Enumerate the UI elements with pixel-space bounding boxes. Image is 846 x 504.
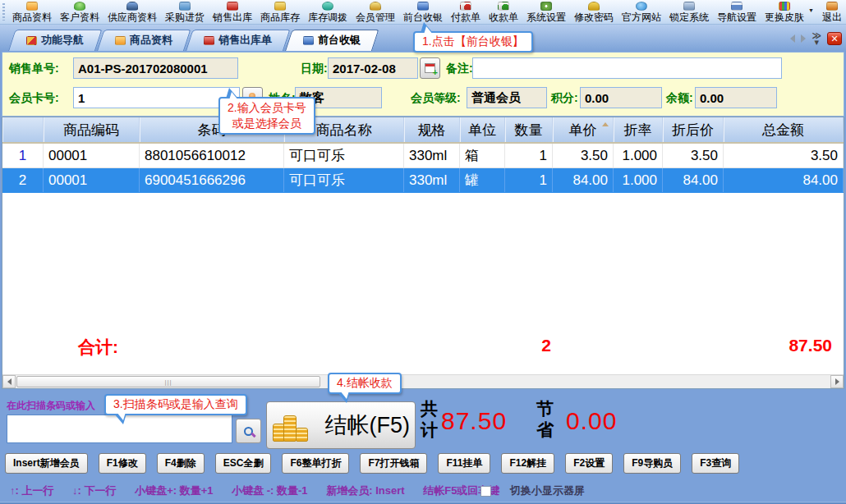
hold-order-button[interactable]: F11挂单: [438, 453, 490, 474]
checkout-button-label: 结帐(F5): [325, 410, 411, 440]
hotkey-hint: 新增会员: Insert: [326, 484, 404, 497]
member-card-label: 会员卡号:: [9, 91, 59, 106]
goods-icon: [115, 36, 126, 45]
customer-icon: [74, 2, 85, 11]
tab-label: 前台收银: [318, 33, 361, 48]
calendar-icon: [425, 63, 435, 73]
calendar-button[interactable]: [420, 57, 440, 79]
member-card-input[interactable]: [73, 87, 240, 108]
discount-whole-order-button[interactable]: F6整单打折: [282, 453, 349, 474]
col-header-rate[interactable]: 折率: [614, 117, 663, 142]
modify-button[interactable]: F1修改: [99, 453, 146, 474]
callout-tail: [340, 391, 349, 399]
toolbar-item-label: 收款单: [489, 11, 518, 23]
table-row[interactable]: 1 00001 8801056610012 可口可乐 330ml 箱 1 3.5…: [2, 144, 844, 168]
skin-dropdown-arrow-icon[interactable]: ▼: [808, 7, 814, 13]
col-header-spec[interactable]: 规格: [404, 117, 460, 142]
toolbar-item-label: 付款单: [451, 11, 480, 23]
toolbar-item-inventory[interactable]: 商品库存: [256, 0, 304, 23]
tab-sales-order[interactable]: 销售出库单: [186, 30, 283, 51]
grand-total-value: 87.50: [441, 407, 507, 435]
open-cash-drawer-button[interactable]: F7打开钱箱: [360, 453, 427, 474]
transfer-arrows-icon: [322, 2, 333, 11]
toolbar-item-lock-system[interactable]: 锁定系统: [665, 0, 713, 23]
left-arrow-icon: [7, 378, 11, 385]
toolbar-item-change-password[interactable]: 修改密码: [570, 0, 618, 23]
col-header-amount[interactable]: 总金额: [724, 117, 844, 142]
cell-disc-price: 84.00: [663, 168, 724, 192]
toolbar-item-suppliers[interactable]: 供应商资料: [103, 0, 161, 23]
toolbar-item-label: 客户资料: [60, 11, 99, 23]
toolbar-item-goods[interactable]: 商品资料: [8, 0, 56, 23]
cell-rate: 1.000: [614, 144, 663, 167]
toolbar-item-customers[interactable]: 客户资料: [56, 0, 103, 23]
toolbar-item-official-website[interactable]: 官方网站: [618, 0, 665, 23]
savings-value: 0.00: [566, 407, 617, 435]
date-field[interactable]: 2017-02-08: [328, 57, 418, 79]
note-input[interactable]: [472, 57, 782, 79]
tab-function-nav[interactable]: 功能导航: [8, 30, 95, 51]
callout-tail: [117, 412, 126, 420]
col-header-qty[interactable]: 数量: [505, 117, 553, 142]
balance-label: 余额:: [666, 91, 693, 106]
scan-barcode-label: 在此扫描条码或输入: [7, 399, 95, 413]
col-header-price[interactable]: 单价: [553, 117, 614, 142]
toolbar-item-change-skin[interactable]: 更换皮肤: [761, 0, 808, 23]
resume-order-button[interactable]: F12解挂: [501, 453, 554, 474]
scrollbar-thumb[interactable]: |||: [16, 376, 320, 387]
total-qty: 2: [494, 336, 551, 355]
table-row-selected[interactable]: 2 00001 6900451666296 可口可乐 330ml 罐 1 84.…: [2, 168, 844, 193]
tab-pos-cashier[interactable]: 前台收银: [285, 30, 372, 51]
toolbar-item-label: 修改密码: [574, 11, 614, 23]
tutorial-callout-3: 3.扫描条码或是输入查询: [104, 394, 247, 415]
toolbar-item-exit[interactable]: 退出: [818, 0, 846, 23]
row-number: 1: [2, 144, 44, 167]
toolbar-item-label: 供应商资料: [108, 11, 157, 23]
cell-amount: 84.00: [724, 168, 844, 192]
tab-label: 商品资料: [130, 33, 172, 48]
tab-goods-info[interactable]: 商品资料: [97, 30, 184, 51]
tab-scroll-controls: ≫▾ ✕: [790, 32, 842, 45]
add-member-button[interactable]: Insert新增会员: [5, 453, 88, 474]
toolbar-item-stock-transfer[interactable]: 库存调拨: [304, 0, 352, 23]
close-tab-button[interactable]: ✕: [827, 32, 842, 45]
toolbar-item-members[interactable]: 会员管理: [352, 0, 399, 23]
col-header-unit[interactable]: 单位: [460, 117, 505, 142]
sales-guide-button[interactable]: F9导购员: [623, 453, 681, 474]
toolbar-item-receipt-slip[interactable]: 收款单: [485, 0, 522, 23]
note-label: 备注:: [446, 62, 473, 76]
checkout-button[interactable]: 结帐(F5): [266, 401, 416, 449]
toolbar-item-payment-slip[interactable]: 付款单: [447, 0, 485, 23]
tab-label: 功能导航: [41, 33, 84, 48]
toolbar-item-purchase[interactable]: 采购进货: [161, 0, 209, 23]
horizontal-scrollbar[interactable]: |||: [2, 374, 844, 388]
supplier-icon: [126, 2, 138, 11]
cell-qty: 1: [505, 144, 553, 167]
payment-doc-icon: [460, 2, 471, 11]
search-button[interactable]: [236, 419, 261, 443]
toolbar-item-label: 会员管理: [356, 11, 395, 23]
toolbar-item-system-settings[interactable]: 系统设置: [522, 0, 570, 23]
delete-button[interactable]: F4删除: [157, 453, 205, 474]
toggle-small-display-label: 切换小显示器屏: [510, 483, 585, 498]
settings-button[interactable]: F2设置: [565, 453, 613, 474]
toolbar-item-label: 系统设置: [526, 11, 566, 23]
toolbar-item-sales-out[interactable]: 销售出库: [209, 0, 256, 23]
toolbar-item-nav-settings[interactable]: 导航设置: [713, 0, 761, 23]
toolbar-item-pos-cashier[interactable]: 前台收银: [399, 0, 447, 23]
scroll-right-button[interactable]: [830, 375, 844, 388]
col-header-code[interactable]: 商品编码: [44, 117, 140, 142]
main-toolbar: 商品资料 客户资料 供应商资料 采购进货 销售出库 商品库存 库存调拨 会员管理…: [0, 0, 846, 25]
coins-icon: [273, 409, 310, 442]
scroll-left-button[interactable]: [2, 375, 16, 388]
tab-scroll-right-icon[interactable]: [801, 34, 806, 43]
query-button[interactable]: F3查询: [692, 453, 739, 474]
col-header-disc-price[interactable]: 折后价: [663, 117, 724, 142]
cashier-icon: [303, 36, 314, 45]
clear-all-button[interactable]: ESC全删: [215, 453, 272, 474]
toolbar-item-label: 销售出库: [213, 11, 252, 23]
tab-list-icon[interactable]: ≫▾: [812, 32, 821, 45]
browser-icon: [636, 2, 647, 11]
tab-scroll-left-icon[interactable]: [790, 34, 795, 43]
toggle-small-display-checkbox[interactable]: [480, 486, 491, 497]
